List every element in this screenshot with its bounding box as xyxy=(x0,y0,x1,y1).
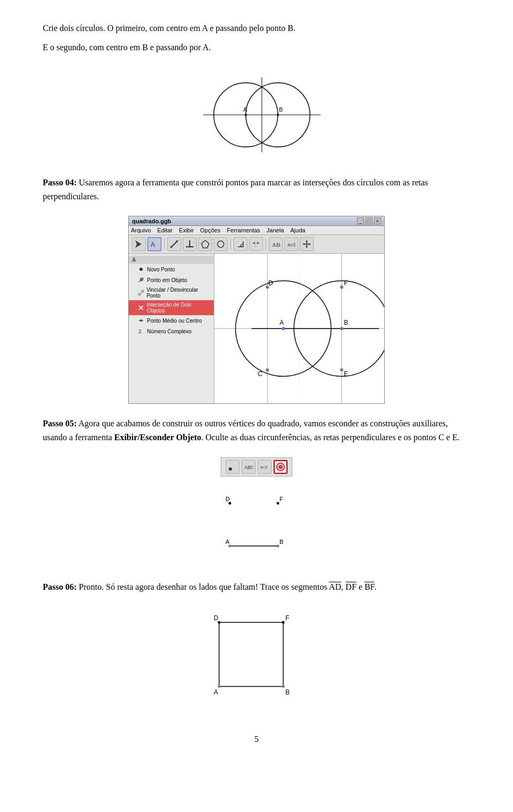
toolbar-reflect[interactable] xyxy=(249,237,263,251)
page-number: 5 xyxy=(43,735,470,744)
step06-text: Passo 06: Pronto. Só resta agora desenha… xyxy=(43,580,470,594)
svg-text:B: B xyxy=(285,689,290,696)
vincular-ponto-icon xyxy=(137,289,144,296)
menu-ferramentas[interactable]: Ferramentas xyxy=(227,227,260,233)
svg-text:A: A xyxy=(226,538,230,545)
toolbar-circle[interactable] xyxy=(214,237,228,251)
hs-btn-number[interactable]: a=2 xyxy=(258,460,271,474)
menu-opcoes[interactable]: Opções xyxy=(200,227,221,233)
ggb-menubar: Arquivo Editar Exibir Opções Ferramentas… xyxy=(129,226,384,235)
ggb-sidebar: A Novo Ponto Ponto em Obje xyxy=(129,254,214,403)
svg-point-37 xyxy=(140,307,142,309)
toolbar-sep3 xyxy=(266,238,266,250)
svg-point-67 xyxy=(229,502,231,504)
sidebar-a-icon: A xyxy=(132,257,136,263)
svg-point-72 xyxy=(229,544,231,547)
intersecao-icon xyxy=(137,304,145,311)
toolbar-point[interactable]: A xyxy=(147,237,161,251)
ponto-em-objeto-icon xyxy=(137,276,145,284)
svg-text:D: D xyxy=(226,496,230,502)
sidebar-ponto-medio[interactable]: Ponto Médio ou Centro xyxy=(129,315,214,326)
circles-svg: A B xyxy=(176,67,337,163)
svg-point-51 xyxy=(340,327,344,330)
svg-point-86 xyxy=(282,685,285,688)
svg-point-82 xyxy=(282,621,285,624)
toolbar-text[interactable]: ABC xyxy=(269,237,283,251)
menu-arquivo[interactable]: Arquivo xyxy=(131,227,151,233)
points-only-svg: D F A B xyxy=(198,482,315,567)
ponto-medio-icon xyxy=(137,317,145,324)
ggb-canvas-svg: A B D F C xyxy=(214,254,384,403)
svg-point-55 xyxy=(340,286,344,289)
hs-btn-point[interactable] xyxy=(226,460,239,474)
square-svg: D F A B xyxy=(203,606,310,713)
svg-text:ABC: ABC xyxy=(244,465,253,470)
sidebar-numero-complexo[interactable]: Z Número Complexo xyxy=(129,326,214,337)
svg-marker-26 xyxy=(303,243,305,245)
svg-point-61 xyxy=(229,467,232,471)
toolbar-polygon[interactable] xyxy=(198,237,212,251)
menu-exibir[interactable]: Exibir xyxy=(179,227,194,233)
toolbar-perpendicular[interactable] xyxy=(183,237,197,251)
toolbar-arrow[interactable] xyxy=(132,237,146,251)
svg-point-6 xyxy=(277,114,279,116)
sidebar-intersecao[interactable]: Interseção de Dois Objetos xyxy=(129,300,214,315)
svg-marker-18 xyxy=(252,242,255,244)
toolbar-sep1 xyxy=(164,238,165,250)
intro-line1: Crie dois círculos. O primeiro, com cent… xyxy=(43,21,470,35)
menu-editar[interactable]: Editar xyxy=(157,227,173,233)
toolbar-move-graphics[interactable] xyxy=(300,237,314,251)
ggb-window: quadrado.ggb _ □ × Arquivo Editar Exibir… xyxy=(128,216,385,404)
menu-janela[interactable]: Janela xyxy=(267,227,284,233)
menu-ajuda[interactable]: Ajuda xyxy=(290,227,305,233)
ggb-title: quadrado.ggb xyxy=(132,218,171,224)
svg-text:a=2: a=2 xyxy=(260,465,268,470)
svg-marker-19 xyxy=(257,242,260,244)
svg-point-39 xyxy=(140,319,142,322)
svg-marker-8 xyxy=(135,240,142,248)
svg-point-31 xyxy=(141,279,142,280)
step05-text: Passo 05: Agora que acabamos de construi… xyxy=(43,417,470,444)
svg-text:F: F xyxy=(279,496,283,502)
svg-text:F: F xyxy=(344,279,347,287)
toolbar-number[interactable]: a=2 xyxy=(284,237,298,251)
two-circles-figure: A B xyxy=(43,67,470,163)
svg-point-28 xyxy=(139,268,143,271)
svg-text:A: A xyxy=(279,319,284,326)
svg-text:C: C xyxy=(258,371,262,378)
toolbar-line[interactable] xyxy=(167,237,181,251)
svg-line-34 xyxy=(140,292,142,294)
sidebar-novo-ponto[interactable]: Novo Ponto xyxy=(129,264,214,275)
ggb-toolbar: A xyxy=(129,235,384,254)
toolbar-angle[interactable] xyxy=(234,237,247,251)
intro-line2: E o segundo, com centro em B e passando … xyxy=(43,41,470,54)
ggb-minimize-btn[interactable]: _ xyxy=(357,217,364,224)
svg-point-66 xyxy=(280,466,282,467)
svg-point-59 xyxy=(340,369,344,372)
svg-point-74 xyxy=(277,544,279,547)
ggb-close-btn[interactable]: × xyxy=(374,217,381,224)
page-content: Crie dois círculos. O primeiro, com cent… xyxy=(43,21,470,744)
ggb-canvas: A B D F C xyxy=(214,254,384,403)
ggb-titlebar-controls: _ □ × xyxy=(357,217,381,224)
svg-point-69 xyxy=(277,502,279,504)
svg-text:A: A xyxy=(214,689,218,696)
ggb-maximize-btn[interactable]: □ xyxy=(366,217,372,224)
svg-point-4 xyxy=(245,114,247,116)
svg-text:ABC: ABC xyxy=(272,241,281,248)
hs-btn-hide-show[interactable] xyxy=(274,460,287,474)
sidebar-vincular-ponto[interactable]: Vincular / Desvincular Ponto xyxy=(129,285,214,300)
sidebar-ponto-em-objeto[interactable]: Ponto em Objeto xyxy=(129,275,214,285)
svg-marker-25 xyxy=(306,246,308,248)
svg-text:A: A xyxy=(151,241,155,248)
svg-text:Z: Z xyxy=(138,329,142,334)
numero-complexo-icon: Z xyxy=(137,327,145,335)
novo-ponto-icon xyxy=(137,266,145,273)
toolbar-sep2 xyxy=(230,238,231,250)
svg-text:F: F xyxy=(285,614,289,622)
sidebar-point-group: A Novo Ponto Ponto em Obje xyxy=(129,256,214,337)
svg-text:B: B xyxy=(279,538,283,545)
hide-show-toolbar: ABC a=2 xyxy=(221,457,292,477)
svg-point-16 xyxy=(217,241,224,247)
hs-btn-text[interactable]: ABC xyxy=(242,460,255,474)
